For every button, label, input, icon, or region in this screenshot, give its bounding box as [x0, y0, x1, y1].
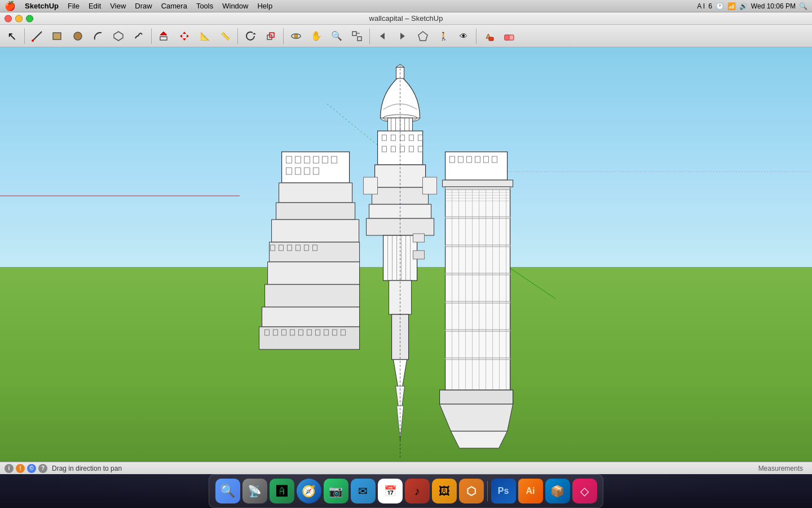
prev-view-button[interactable] — [373, 27, 392, 46]
top-view-button[interactable] — [413, 27, 433, 46]
dock-facetime[interactable]: 📷 — [324, 479, 348, 503]
zoom-tool[interactable]: 🔍 — [327, 27, 346, 46]
app-name-menu[interactable]: SketchUp — [20, 0, 63, 12]
dock-photoshop[interactable]: Ps — [491, 479, 516, 503]
svg-rect-83 — [265, 284, 360, 307]
zoom-extents-tool[interactable] — [347, 27, 367, 46]
svg-marker-21 — [418, 32, 427, 41]
tape-tool[interactable]: 📐 — [195, 27, 214, 46]
dock-launchpad[interactable]: 📡 — [242, 479, 267, 503]
svg-rect-85 — [259, 327, 360, 349]
dock-photos[interactable]: 🖼 — [432, 479, 457, 503]
dock-itunes[interactable]: ♪ — [405, 479, 430, 503]
clock-icon: 🕐 — [716, 2, 724, 10]
circle-tool[interactable] — [68, 27, 87, 46]
svg-marker-20 — [400, 33, 405, 40]
window-title: wallcapital – SketchUp — [369, 14, 443, 23]
protractor-tool[interactable]: 📏 — [215, 27, 235, 46]
svg-point-15 — [294, 34, 298, 38]
sound-icon: 🔊 — [739, 2, 748, 10]
svg-rect-79 — [276, 203, 355, 220]
line-tool[interactable] — [28, 27, 47, 46]
dock-finder[interactable]: 🔍 — [215, 479, 240, 503]
polygon-tool[interactable] — [109, 27, 128, 46]
wifi-icon: 📶 — [727, 2, 736, 10]
dock: 🔍 📡 🅰 🧭 📷 ✉ 📅 ♪ 🖼 ⬡ Ps Ai 📦 ◇ — [0, 474, 812, 508]
svg-marker-66 — [397, 406, 404, 440]
minimize-button[interactable] — [15, 15, 23, 22]
select-tool[interactable]: ↖ — [2, 27, 21, 46]
dock-safari[interactable]: 🧭 — [297, 479, 321, 503]
info-icon-1: i — [5, 464, 14, 473]
tools-menu[interactable]: Tools — [192, 0, 218, 12]
dock-sketchup[interactable]: ⬡ — [459, 479, 484, 503]
accessibility-icon: A I — [697, 2, 705, 10]
time-display: Wed 10:06 PM — [751, 2, 796, 10]
svg-marker-8 — [183, 38, 186, 41]
apple-menu[interactable]: 🍎 — [0, 0, 20, 12]
pan-tool[interactable]: ✋ — [307, 27, 326, 46]
building-model — [254, 64, 547, 459]
status-bar: i ! © ? Drag in direction to pan Measure… — [0, 462, 812, 474]
svg-point-3 — [74, 32, 82, 40]
dock-appstore[interactable]: 🅰 — [270, 479, 294, 503]
draw-menu[interactable]: Draw — [130, 0, 156, 12]
svg-rect-109 — [443, 180, 513, 187]
dock-illustrator[interactable]: Ai — [518, 479, 543, 503]
svg-rect-22 — [489, 37, 493, 41]
svg-rect-80 — [272, 220, 359, 242]
close-button[interactable] — [5, 15, 12, 22]
measurements-label: Measurements — [758, 465, 803, 472]
dock-dropbox[interactable]: 📦 — [545, 479, 570, 503]
svg-marker-6 — [160, 32, 167, 35]
svg-marker-19 — [380, 33, 385, 40]
rotate-tool[interactable] — [241, 27, 260, 46]
status-message: Drag in direction to pan — [52, 465, 122, 472]
pushpull-tool[interactable] — [155, 27, 174, 46]
svg-marker-10 — [187, 34, 189, 38]
eraser-tool[interactable] — [500, 27, 519, 46]
svg-rect-17 — [358, 37, 361, 41]
dock-sketch[interactable]: ◇ — [572, 479, 597, 503]
search-icon[interactable]: 🔍 — [799, 2, 807, 10]
walk-tool[interactable]: 🚶 — [434, 27, 453, 46]
paint-bucket-tool[interactable] — [479, 27, 498, 46]
svg-marker-9 — [180, 34, 182, 38]
window-controls — [5, 15, 33, 22]
scale-tool[interactable] — [261, 27, 280, 46]
help-menu[interactable]: Help — [253, 0, 277, 12]
toolbar: ↖ 📐 📏 ✋ 🔍 — [0, 25, 812, 47]
svg-marker-4 — [114, 32, 123, 41]
svg-rect-127 — [445, 187, 510, 190]
svg-rect-82 — [268, 262, 360, 284]
left-wing-building — [259, 152, 360, 349]
rect-tool[interactable] — [48, 27, 67, 46]
title-bar: wallcapital – SketchUp — [0, 12, 812, 25]
arc-tool[interactable] — [89, 27, 108, 46]
status-info-icons: i ! © ? — [5, 464, 47, 473]
look-tool[interactable]: 👁 — [454, 27, 473, 46]
canvas-area[interactable] — [0, 47, 812, 462]
edit-menu[interactable]: Edit — [84, 0, 105, 12]
svg-rect-134 — [423, 177, 437, 194]
right-wing-building — [440, 152, 513, 448]
svg-rect-78 — [279, 183, 352, 203]
maximize-button[interactable] — [26, 15, 33, 22]
svg-marker-7 — [183, 32, 186, 34]
camera-menu[interactable]: Camera — [157, 0, 192, 12]
orbit-tool[interactable] — [286, 27, 306, 46]
window-menu[interactable]: Window — [218, 0, 253, 12]
view-menu[interactable]: View — [105, 0, 130, 12]
next-view-button[interactable] — [393, 27, 412, 46]
svg-rect-136 — [413, 251, 425, 259]
svg-rect-135 — [413, 234, 425, 242]
dock-mail[interactable]: ✉ — [351, 479, 376, 503]
dock-calendar[interactable]: 📅 — [378, 479, 403, 503]
file-menu[interactable]: File — [63, 0, 84, 12]
svg-rect-2 — [53, 33, 61, 40]
move-tool[interactable] — [175, 27, 194, 46]
info-icon-3: © — [27, 464, 36, 473]
svg-rect-133 — [364, 177, 378, 194]
svg-line-0 — [33, 32, 42, 41]
freehand-tool[interactable] — [129, 27, 148, 46]
